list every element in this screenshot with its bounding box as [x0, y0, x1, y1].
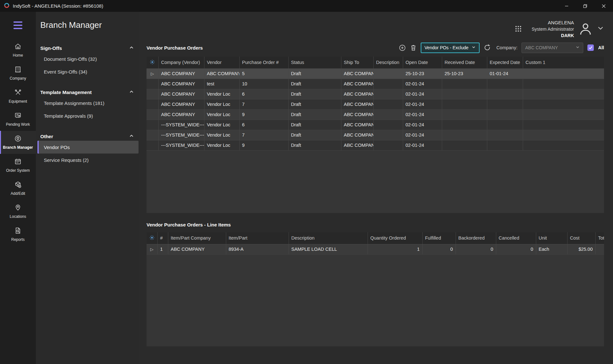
cell [442, 140, 487, 150]
hamburger-menu-button[interactable] [0, 12, 36, 39]
sidebar-item-locations[interactable]: Locations [0, 200, 36, 223]
add-circle-icon[interactable] [399, 44, 406, 51]
cell [373, 89, 403, 99]
column-header-cancelled[interactable]: Cancelled [496, 232, 536, 244]
column-header-fulfilled[interactable]: Fulfilled [422, 232, 456, 244]
column-header-description[interactable]: Description [289, 232, 368, 244]
row-indicator-cell: ▷ [147, 68, 158, 79]
cell: ABC COMPANY [158, 109, 204, 120]
table-row[interactable]: ---SYSTEM_WIDE---Vendor Loc7DraftABC COM… [147, 130, 604, 140]
nav-item-label: Vendor POs [44, 145, 70, 150]
cell: 01-01-24 [487, 68, 523, 79]
cell [442, 109, 487, 120]
profile-chevron-down-icon[interactable] [597, 25, 604, 33]
sidebar-item-branch-manager[interactable]: Branch Manager [0, 131, 36, 154]
all-checkbox[interactable] [587, 44, 594, 51]
column-header-item-part[interactable]: Item/Part [226, 232, 289, 244]
sidebar-item-add-edit[interactable]: Add/Edit [0, 177, 36, 200]
nav-item-label: Service Requests (2) [44, 157, 89, 163]
sidebar-item-pending-work[interactable]: Pending Work [0, 108, 36, 131]
nav-item-document-sign-offs-32[interactable]: Document Sign-Offs (32) [37, 52, 139, 65]
trash-icon[interactable] [410, 44, 417, 51]
sidebar-item-order-system[interactable]: Order System [0, 154, 36, 177]
column-header-received-date[interactable]: Received Date [442, 57, 487, 68]
sidebar-item-home[interactable]: Home [0, 39, 36, 62]
nav-panel: Branch Manager Sign-OffsDocument Sign-Of… [36, 12, 139, 364]
sidebar-item-label: Company [10, 76, 26, 81]
nav-section-label: Template Management [40, 90, 92, 95]
theme-toggle[interactable]: DARK [561, 33, 574, 38]
nav-item-vendor-pos[interactable]: Vendor POs [37, 141, 139, 154]
apps-grid-icon[interactable] [514, 25, 522, 33]
sidebar-item-label: Home [13, 53, 23, 58]
column-header-cost[interactable]: Cost [567, 232, 595, 244]
column-header-tot[interactable]: Tot [595, 232, 604, 244]
table-row[interactable]: ABC COMPANYtest10DraftABC COMPANY02-01-2… [147, 79, 604, 89]
sidebar-item-reports[interactable]: Reports [0, 223, 36, 246]
column-header-company-vendor[interactable]: Company (Vendor) [158, 57, 204, 68]
table-row[interactable]: ABC COMPANYVendor Loc9DraftABC COMPANY02… [147, 109, 604, 120]
expand-row-icon[interactable]: ▷ [150, 247, 154, 252]
column-chooser-icon[interactable] [149, 236, 155, 241]
cell [523, 120, 604, 130]
column-header-quantity-ordered[interactable]: Quantity Ordered [368, 232, 422, 244]
sidebar-item-company[interactable]: Company [0, 62, 36, 85]
sidebar-item-equipment[interactable]: Equipment [0, 85, 36, 108]
minimize-button[interactable] [557, 0, 576, 12]
nav-section-label: Other [40, 134, 53, 139]
po-section-title: Vendor Purchase Orders [147, 45, 203, 51]
all-checkbox-label[interactable]: All [598, 45, 604, 50]
cell [487, 130, 523, 140]
cell [487, 120, 523, 130]
nav-item-template-approvals-9[interactable]: Template Approvals (9) [37, 109, 139, 122]
column-header-expected-date[interactable]: Expected Date [487, 57, 523, 68]
nav-section-header-template-management[interactable]: Template Management [36, 88, 139, 97]
cell: 9 [239, 109, 288, 120]
cell: $25.00 [567, 244, 595, 254]
cell: Each [536, 244, 567, 254]
column-header-ship-to[interactable]: Ship To [341, 57, 373, 68]
cell [523, 130, 604, 140]
column-header-open-date[interactable]: Open Date [403, 57, 442, 68]
cell: 5 [239, 68, 288, 79]
column-header-status[interactable]: Status [288, 57, 341, 68]
cell: Draft [288, 79, 341, 89]
column-header-backordered[interactable]: Backordered [456, 232, 496, 244]
nav-section-header-other[interactable]: Other [36, 132, 139, 141]
close-button[interactable] [594, 0, 613, 12]
column-header-vendor[interactable]: Vendor [204, 57, 239, 68]
sidebar-item-label: Branch Manager [3, 145, 33, 150]
column-chooser-icon[interactable] [150, 60, 155, 66]
user-avatar-icon[interactable] [578, 21, 593, 36]
column-header-[interactable]: # [157, 232, 168, 244]
column-header-custom-1[interactable]: Custom 1 [523, 57, 604, 68]
nav-item-event-sign-offs-34[interactable]: Event Sign-Offs (34) [37, 65, 139, 78]
expand-row-icon[interactable]: ▷ [151, 71, 154, 76]
restore-button[interactable] [576, 0, 594, 12]
cell: Draft [288, 130, 341, 140]
nav-section-other: OtherVendor POsService Requests (2) [36, 132, 139, 166]
reset-icon[interactable] [484, 44, 491, 51]
table-row[interactable]: ABC COMPANYVendor Loc7DraftABC COMPANY02… [147, 99, 604, 109]
table-row[interactable]: ▷ABC COMPANYABC COMPANY5DraftABC COMPANY… [147, 68, 604, 79]
cell [523, 79, 604, 89]
column-header-description[interactable]: Description [373, 57, 403, 68]
nav-item-service-requests-2[interactable]: Service Requests (2) [37, 154, 139, 166]
sidebar-item-label: Add/Edit [11, 191, 25, 196]
table-row[interactable]: ABC COMPANYVendor Loc6DraftABC COMPANY02… [147, 89, 604, 99]
column-header-unit[interactable]: Unit [536, 232, 567, 244]
column-header-item-part-company[interactable]: Item/Part Company [168, 232, 226, 244]
table-row[interactable]: ---SYSTEM_WIDE---Vendor Loc6DraftABC COM… [147, 120, 604, 130]
company-dropdown[interactable]: ABC COMPANY [521, 43, 583, 53]
nav-section-header-sign-offs[interactable]: Sign-Offs [36, 44, 139, 52]
cell: 02-01-24 [403, 89, 442, 99]
column-header-purchase-order[interactable]: Purchase Order # [239, 57, 288, 68]
cell: 02-01-24 [403, 130, 442, 140]
table-row[interactable]: ▷1ABC COMPANY8934-ASAMPLE LOAD CELL1000E… [147, 244, 604, 254]
cell: 1 [368, 244, 422, 254]
nav-item-template-assignments-181[interactable]: Template Assignments (181) [37, 97, 139, 109]
po-filter-dropdown[interactable]: Vendor POs - Exclude [421, 43, 480, 53]
table-row[interactable]: ---SYSTEM_WIDE---Vendor Loc9DraftABC COM… [147, 140, 604, 150]
cell: Vendor Loc [204, 89, 239, 99]
company-label: Company: [496, 45, 517, 50]
